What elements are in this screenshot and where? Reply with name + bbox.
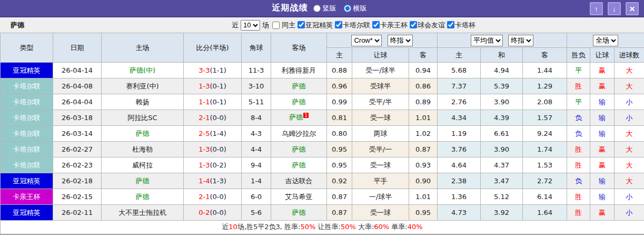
cell-score: 1-4(1-3) <box>184 173 242 189</box>
move-down-button[interactable]: ↓ <box>608 2 621 15</box>
cell-avg-draw: 3.47 <box>481 173 523 189</box>
cell-result: 平 <box>567 94 590 110</box>
same-home-checkbox[interactable] <box>272 22 280 29</box>
league-checkbox-acl-elite[interactable] <box>298 21 305 28</box>
cell-handicap-result: 赢 <box>590 78 615 94</box>
cell-avg-home: 4.73 <box>438 205 481 221</box>
cell-odds-away: 0.87 <box>409 142 438 157</box>
cell-odds-away: 1.02 <box>409 126 438 142</box>
cell-date: 26-02-27 <box>53 142 102 157</box>
cell-corners: 6-0 <box>242 189 271 205</box>
subheader-goals: 进球数 <box>615 48 644 63</box>
score-fulltime: 2-5 <box>199 130 210 137</box>
cell-goals: 大 <box>615 126 644 142</box>
cell-avg-away: 1.53 <box>523 157 567 173</box>
cell-goals: 大 <box>615 78 644 94</box>
horizontal-layout-label[interactable]: 横版 <box>353 4 367 13</box>
cell-home-team: 萨德(中) <box>102 63 184 78</box>
cell-result: 胜 <box>567 157 590 173</box>
league-checkbox-emir-cup[interactable] <box>372 21 380 28</box>
average-select[interactable]: 平均值 <box>471 35 503 46</box>
subheader-handicap-result: 让球 <box>590 48 615 63</box>
table-row: 亚冠精英26-02-18萨德1-4(1-3)1-4吉达联合0.92平手0.902… <box>1 173 644 189</box>
vertical-layout-label[interactable]: 竖版 <box>323 4 336 13</box>
final-odds-select-1[interactable]: 终指 <box>388 35 413 46</box>
cell-avg-home: 1.36 <box>438 189 481 205</box>
cell-score: 1-3(0-1) <box>184 78 242 94</box>
cell-odds-home: 0.99 <box>327 94 352 110</box>
cell-home-team: 萨德 <box>102 173 184 189</box>
cell-odds-home: 0.81 <box>327 110 352 126</box>
cell-odds-home: 0.87 <box>327 189 352 205</box>
results-tbody: 亚冠精英26-04-14萨德(中)3-3(1-1)11-3利雅得新月0.88受一… <box>1 63 644 221</box>
summary-text: 场,胜5平2负3, 胜率: <box>237 223 301 231</box>
league-label[interactable]: 卡塔杯 <box>455 21 475 29</box>
cell-league: 卡塔尔联 <box>1 78 53 94</box>
cell-handicap-result: 赢 <box>590 63 615 78</box>
league-checkbox-qatar-cup[interactable] <box>447 21 454 28</box>
cell-handicap: 两球 <box>352 126 409 142</box>
league-label[interactable]: 卡塔尔联 <box>343 21 370 29</box>
subheader-avg-draw: 和 <box>481 48 523 63</box>
vertical-layout-radio[interactable] <box>313 5 321 12</box>
score-halftime: (0-1) <box>210 82 226 90</box>
cell-date: 26-02-18 <box>53 173 102 189</box>
cell-odds-home: 0.95 <box>327 157 352 173</box>
cell-date: 26-02-23 <box>53 157 102 173</box>
cell-league: 卡塔尔联 <box>1 126 53 142</box>
odds-company-select[interactable]: Crow* <box>351 35 382 46</box>
fulltime-select[interactable]: 全场 <box>593 35 618 46</box>
cell-away-team: 萨德1 <box>271 110 327 126</box>
table-row: 卡亲王杯26-02-15萨德2-1(0-0)6-0艾马希亚0.87一/球半1.0… <box>1 189 644 205</box>
cell-odds-away: 1.01 <box>409 189 438 205</box>
league-label[interactable]: 亚冠精英 <box>305 21 333 29</box>
cell-home-team: 大不里士拖拉机 <box>102 205 184 221</box>
cell-corners: 3-10 <box>242 78 271 94</box>
cell-away-team: 萨德 <box>271 94 327 110</box>
header-home: 主场 <box>102 33 184 63</box>
move-up-button[interactable]: ↑ <box>590 2 603 15</box>
header-date: 日期 <box>53 33 102 63</box>
cell-goals: 小 <box>615 110 644 126</box>
cell-handicap: 平手 <box>352 173 409 189</box>
cell-date: 26-02-15 <box>53 189 102 205</box>
cell-goals: 大 <box>615 142 644 157</box>
recent-results-panel: 近期战绩 竖版 横版 ↑ ↓ ✕ 萨德 近 10 场 同主 亚冠精英 卡塔尔联 … <box>0 0 644 237</box>
cell-away-team: 萨德 <box>271 157 327 173</box>
cell-avg-draw: 3.90 <box>481 142 523 157</box>
cell-handicap: 受平/半 <box>352 94 409 110</box>
cell-result: 平 <box>567 63 590 78</box>
cell-corners: 8-4 <box>242 110 271 126</box>
score-halftime: (0-0) <box>210 209 226 216</box>
cell-odds-away: 0.93 <box>409 157 438 173</box>
final-odds-select-2[interactable]: 终指 <box>508 35 533 46</box>
summary-stat-value: 60% <box>374 223 389 231</box>
cell-result: 胜 <box>567 142 590 157</box>
cell-result: 胜 <box>567 189 590 205</box>
subheader-avg-home: 主 <box>438 48 481 63</box>
cell-result: 负 <box>567 126 590 142</box>
cell-avg-away: 1.44 <box>523 63 567 78</box>
close-button[interactable]: ✕ <box>626 2 639 15</box>
horizontal-layout-radio[interactable] <box>344 5 351 12</box>
league-label[interactable]: 球会友谊 <box>418 21 445 29</box>
same-home-label[interactable]: 同主 <box>282 21 295 30</box>
league-checkbox-qatar-league[interactable] <box>335 21 342 28</box>
cell-league: 卡塔尔联 <box>1 142 53 157</box>
score-fulltime: 0-2 <box>199 209 210 216</box>
cell-handicap-result: 输 <box>590 173 615 189</box>
cell-result: 胜 <box>567 205 590 221</box>
cell-avg-away: 1.29 <box>523 78 567 94</box>
subheader-avg-away: 客 <box>523 48 567 63</box>
header-type: 类型 <box>1 33 53 63</box>
cell-home-team: 赖扬 <box>102 94 184 110</box>
match-count-select[interactable]: 10 <box>241 20 260 31</box>
cell-home-team: 萨德 <box>102 126 184 142</box>
league-label[interactable]: 卡亲王杯 <box>380 21 408 29</box>
cell-odds-home: 0.96 <box>327 78 352 94</box>
cell-league: 卡塔尔联 <box>1 94 53 110</box>
header-away: 客场 <box>271 33 327 63</box>
league-checkbox-club-friendly[interactable] <box>410 21 417 28</box>
cell-result: 负 <box>567 173 590 189</box>
table-row: 卡塔尔联26-04-04赖扬1-1(0-1)5-11萨德0.99受平/半0.89… <box>1 94 644 110</box>
